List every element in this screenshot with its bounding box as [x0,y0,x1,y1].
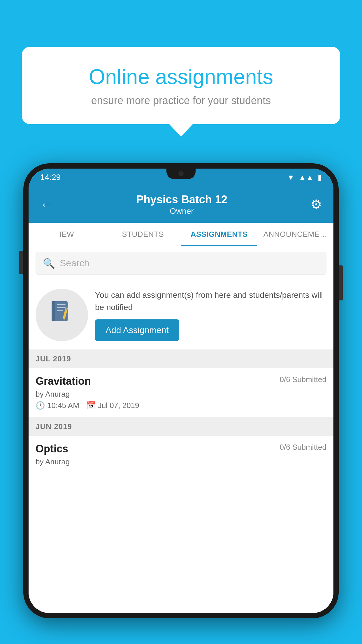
assignment-submitted-gravitation: 0/6 Submitted [280,375,326,384]
search-container: 🔍 Search [29,246,333,281]
speech-bubble-section: Online assignments ensure more practice … [22,47,340,124]
assignment-top-row: Gravitation 0/6 Submitted [36,375,326,387]
assignment-item-optics[interactable]: Optics 0/6 Submitted by Anurag [29,436,333,476]
assignment-time-gravitation: 🕐 10:45 AM [36,401,79,410]
add-assignment-button[interactable]: Add Assignment [95,319,179,341]
tab-iew[interactable]: IEW [29,223,105,246]
phone-outer: 14:29 ▼ ▲▲ ▮ ← Physics Batch 12 Owner ⚙ … [23,163,339,618]
info-content: You can add assignment(s) from here and … [95,289,326,341]
assignment-name-optics: Optics [36,443,68,455]
wifi-icon: ▼ [287,173,295,182]
svg-rect-4 [57,310,63,311]
header-subtitle: Owner [136,206,227,216]
info-card: You can add assignment(s) from here and … [29,281,333,350]
status-icons: ▼ ▲▲ ▮ [287,173,322,182]
info-icon-circle [36,289,88,341]
section-header-jun: JUN 2019 [29,417,333,436]
search-bar[interactable]: 🔍 Search [36,252,326,275]
svg-rect-1 [52,301,55,321]
assignment-submitted-optics: 0/6 Submitted [280,443,326,452]
app-header: ← Physics Batch 12 Owner ⚙ [29,186,333,223]
phone-screen: 14:29 ▼ ▲▲ ▮ ← Physics Batch 12 Owner ⚙ … [29,169,333,613]
back-button[interactable]: ← [40,198,53,211]
time-value-gravitation: 10:45 AM [47,401,79,410]
phone-notch [166,169,196,179]
assignment-item-gravitation[interactable]: Gravitation 0/6 Submitted by Anurag 🕐 10… [29,368,333,417]
search-placeholder: Search [60,258,89,269]
assignment-top-row-optics: Optics 0/6 Submitted [36,443,326,455]
speech-bubble: Online assignments ensure more practice … [22,47,340,124]
header-title: Physics Batch 12 [136,193,227,206]
status-time: 14:29 [40,173,61,182]
notch-camera [178,171,184,176]
speech-bubble-subtitle: ensure more practice for your students [42,94,320,107]
calendar-icon: 📅 [86,401,96,410]
header-title-block: Physics Batch 12 Owner [136,193,227,216]
section-header-jul: JUL 2019 [29,350,333,368]
assignment-name-gravitation: Gravitation [36,375,91,387]
settings-button[interactable]: ⚙ [310,197,322,212]
tab-announcements[interactable]: ANNOUNCEME… [257,223,334,246]
assignment-by-optics: by Anurag [36,457,326,466]
signal-icon: ▲▲ [299,173,314,182]
battery-icon: ▮ [318,173,322,182]
tab-assignments[interactable]: ASSIGNMENTS [181,223,257,246]
date-value-gravitation: Jul 07, 2019 [98,401,139,410]
tab-students[interactable]: STUDENTS [105,223,181,246]
assignment-date-gravitation: 📅 Jul 07, 2019 [86,401,139,410]
phone-mockup: 14:29 ▼ ▲▲ ▮ ← Physics Batch 12 Owner ⚙ … [23,163,339,644]
notebook-icon [49,299,75,331]
assignment-meta-gravitation: 🕐 10:45 AM 📅 Jul 07, 2019 [36,401,326,410]
speech-bubble-title: Online assignments [42,64,320,89]
clock-icon: 🕐 [36,401,45,410]
svg-rect-3 [57,307,66,308]
search-icon: 🔍 [43,258,55,269]
assignment-by-gravitation: by Anurag [36,390,326,399]
content-area: 🔍 Search [29,246,333,613]
svg-rect-2 [57,304,66,305]
info-text: You can add assignment(s) from here and … [95,289,326,314]
tabs-bar: IEW STUDENTS ASSIGNMENTS ANNOUNCEME… [29,223,333,246]
